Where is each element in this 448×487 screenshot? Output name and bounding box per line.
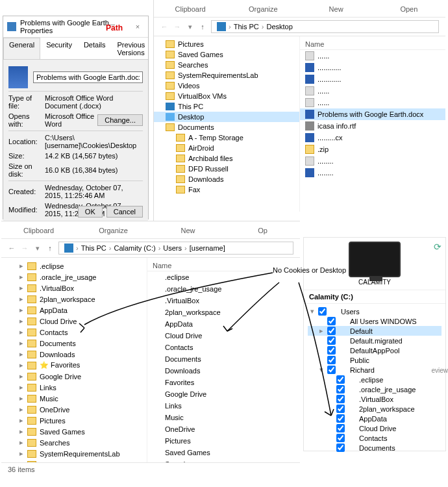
refresh-icon[interactable]: ⟳ bbox=[432, 242, 443, 252]
restore-item[interactable]: ▸Default bbox=[308, 326, 442, 336]
restore-checkbox[interactable] bbox=[336, 405, 345, 413]
up-icon[interactable]: ↑ bbox=[44, 244, 56, 252]
forward-icon[interactable]: → bbox=[171, 23, 184, 31]
ribbon-clipboard[interactable]: Clipboard bbox=[154, 5, 227, 13]
list-item[interactable]: Documents bbox=[147, 353, 300, 365]
tree-item[interactable]: A - Temp Storage bbox=[154, 132, 299, 143]
list-item[interactable]: AppData bbox=[147, 318, 300, 330]
restore-checkbox[interactable] bbox=[336, 434, 345, 442]
list-item[interactable]: Google Drive bbox=[147, 388, 300, 400]
tree-item[interactable]: ▸Pictures bbox=[1, 415, 147, 426]
back-icon[interactable]: ← bbox=[5, 244, 18, 252]
tree-item[interactable]: ▸Google Drive bbox=[1, 371, 147, 382]
restore-item[interactable]: AppData bbox=[308, 414, 442, 423]
ribbon-open[interactable]: Open bbox=[373, 5, 445, 13]
list-item[interactable]: Links bbox=[147, 400, 300, 412]
list-item[interactable]: OneDrive bbox=[147, 423, 300, 435]
tree-item[interactable]: ▸Videos bbox=[1, 459, 147, 462]
tree-item[interactable]: ▸.VirtualBox bbox=[1, 282, 147, 293]
tree-item[interactable]: Fax bbox=[154, 184, 299, 195]
tab-general[interactable]: General bbox=[3, 38, 40, 59]
restore-item[interactable]: ▾Users bbox=[308, 306, 442, 316]
tree-item-thispc[interactable]: This PC bbox=[154, 101, 299, 112]
list-item[interactable]: Downloads bbox=[147, 365, 300, 377]
tree-item[interactable]: VirtualBox VMs bbox=[154, 91, 299, 101]
restore-checkbox[interactable] bbox=[336, 385, 345, 393]
tree-item[interactable]: ▸2plan_workspace bbox=[1, 293, 147, 305]
tree-item[interactable]: ▸⭐ Favorites bbox=[1, 360, 147, 371]
list-item[interactable]: Contacts bbox=[147, 342, 300, 353]
list-item[interactable]: ...... bbox=[300, 50, 445, 62]
list-item[interactable]: Favorites bbox=[147, 377, 300, 388]
back-icon[interactable]: ← bbox=[158, 23, 171, 31]
list-item[interactable]: Searches bbox=[147, 458, 300, 462]
restore-item[interactable]: Public bbox=[308, 355, 442, 365]
restore-item[interactable]: .oracle_jre_usage bbox=[308, 384, 442, 394]
breadcrumb[interactable]: › This PC› Calamity (C:)› Users› [userna… bbox=[58, 242, 293, 255]
restore-item[interactable]: Downloads bbox=[308, 453, 442, 453]
recent-icon[interactable]: ▾ bbox=[184, 23, 197, 31]
tree-item[interactable]: ▸Searches bbox=[1, 437, 147, 448]
ok-button[interactable]: OK bbox=[78, 206, 103, 218]
list-item[interactable]: ........ bbox=[300, 155, 445, 167]
ribbon-open[interactable]: Op bbox=[225, 227, 300, 234]
restore-item[interactable]: All Users WINDOWS bbox=[308, 316, 442, 326]
tab-previous-versions[interactable]: Previous Versions bbox=[112, 38, 151, 59]
tree-item-desktop[interactable]: Desktop bbox=[154, 112, 299, 122]
list-item[interactable]: ............ bbox=[300, 73, 445, 85]
list-item[interactable]: 2plan_workspace bbox=[147, 306, 300, 318]
list-item[interactable]: Saved Games bbox=[147, 447, 300, 458]
restore-item[interactable]: Documents bbox=[308, 443, 442, 453]
restore-checkbox[interactable] bbox=[336, 395, 345, 403]
restore-item[interactable]: DefaultAppPool bbox=[308, 345, 442, 355]
tree-item-documents[interactable]: Documents bbox=[154, 122, 299, 132]
list-item[interactable]: .zip bbox=[300, 144, 445, 155]
tree-item[interactable]: ▸Music bbox=[1, 393, 147, 404]
list-item[interactable]: Music bbox=[147, 412, 300, 423]
ribbon-organize[interactable]: Organize bbox=[227, 5, 299, 13]
list-item[interactable]: ............ bbox=[300, 62, 445, 73]
restore-checkbox[interactable] bbox=[327, 327, 336, 335]
restore-item[interactable]: ▾Richard bbox=[308, 365, 442, 375]
list-item[interactable]: ...... bbox=[300, 85, 445, 97]
restore-checkbox[interactable] bbox=[327, 366, 336, 374]
list-item[interactable]: .VirtualBox bbox=[147, 295, 300, 306]
tree-item[interactable]: ▸SystemRequirementsLab bbox=[1, 448, 147, 459]
col-name[interactable]: Name bbox=[305, 40, 440, 48]
tree-item[interactable]: ▸Contacts bbox=[1, 327, 147, 338]
restore-checkbox[interactable] bbox=[327, 346, 336, 355]
tree-item[interactable]: ▸.eclipse bbox=[1, 260, 147, 271]
tab-details[interactable]: Details bbox=[78, 38, 112, 59]
list-item[interactable]: Pictures bbox=[147, 435, 300, 447]
restore-item[interactable]: .VirtualBox bbox=[308, 394, 442, 404]
tree-item[interactable]: Downloads bbox=[154, 174, 299, 184]
ribbon-new[interactable]: New bbox=[300, 5, 373, 13]
forward-icon[interactable]: → bbox=[18, 244, 31, 252]
close-icon[interactable]: × bbox=[131, 23, 144, 31]
tree-item[interactable]: Videos bbox=[154, 81, 299, 91]
restore-item[interactable]: 2plan_workspace bbox=[308, 404, 442, 414]
tree-item[interactable]: ▸Cloud Drive bbox=[1, 316, 147, 327]
restore-checkbox[interactable] bbox=[336, 375, 345, 384]
tree-item[interactable]: ▸Downloads bbox=[1, 349, 147, 360]
change-button[interactable]: Change... bbox=[97, 114, 143, 126]
cancel-button[interactable]: Cancel bbox=[106, 206, 143, 218]
list-item[interactable]: Cloud Drive bbox=[147, 330, 300, 342]
tab-security[interactable]: Security bbox=[40, 38, 78, 59]
ribbon-new[interactable]: New bbox=[151, 227, 225, 234]
tree-item[interactable]: Archibald files bbox=[154, 153, 299, 164]
restore-item[interactable]: Cloud Drive bbox=[308, 423, 442, 433]
tree-item[interactable]: DFD Russell bbox=[154, 164, 299, 174]
ribbon-organize[interactable]: Organize bbox=[76, 227, 151, 234]
restore-checkbox[interactable] bbox=[327, 336, 336, 345]
tree-item[interactable]: ▸AppData bbox=[1, 305, 147, 316]
recent-icon[interactable]: ▾ bbox=[31, 244, 44, 253]
tree-item[interactable]: Searches bbox=[154, 60, 299, 70]
restore-checkbox[interactable] bbox=[327, 356, 336, 364]
list-item[interactable]: .oracle_jre_usage bbox=[147, 283, 300, 295]
list-item[interactable]: Problems with Google Earth.docx bbox=[300, 108, 445, 120]
tree-item[interactable]: SystemRequirementsLab bbox=[154, 70, 299, 81]
list-item[interactable]: ........ bbox=[300, 167, 445, 179]
ribbon-clipboard[interactable]: Clipboard bbox=[1, 227, 76, 234]
tree-item[interactable]: Saved Games bbox=[154, 49, 299, 60]
